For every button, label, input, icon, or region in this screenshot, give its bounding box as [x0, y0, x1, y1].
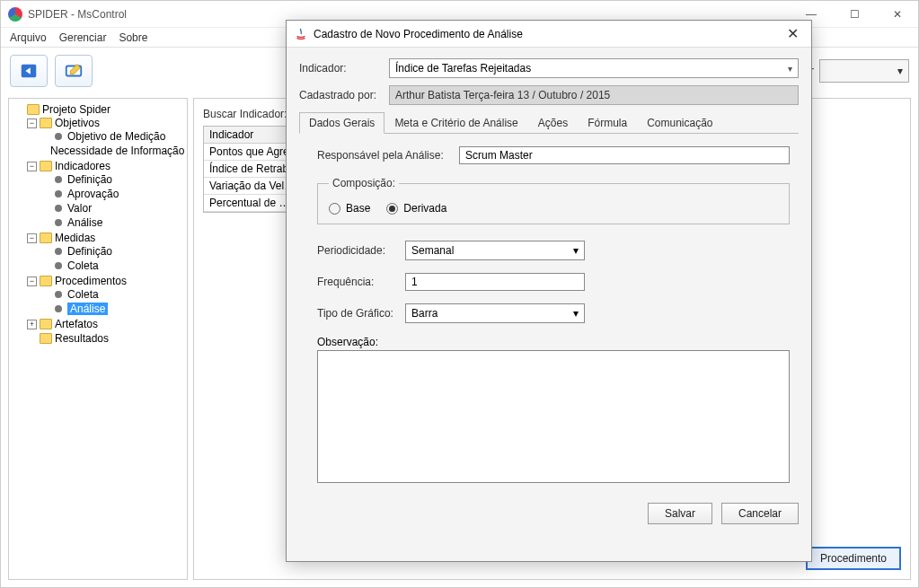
edit-card-icon [64, 61, 84, 81]
menu-gerenciar[interactable]: Gerenciar [59, 31, 107, 44]
toolbar-btn-2[interactable] [55, 55, 93, 87]
indicador-label: Indicador: [299, 62, 382, 75]
collapse-icon[interactable]: − [27, 162, 37, 171]
tab-meta-criterio[interactable]: Meta e Critério de Análise [384, 112, 527, 133]
bullet-icon [55, 248, 62, 255]
tree-procedimentos[interactable]: Procedimentos [55, 275, 127, 287]
bullet-icon [55, 205, 62, 212]
cadastrado-value: Arthur Batista Terça-feira 13 / Outubro … [389, 85, 799, 105]
tree-medidas[interactable]: Medidas [55, 232, 95, 244]
indicador-value: Índice de Tarefas Rejeitadas [395, 62, 531, 75]
folder-icon [40, 333, 52, 344]
tree-coleta-m[interactable]: Coleta [67, 259, 99, 272]
tab-comunicacao[interactable]: Comunicação [637, 112, 722, 133]
tipografico-value: Barra [411, 307, 437, 320]
minimize-button[interactable]: — [798, 8, 825, 21]
bullet-icon [55, 262, 62, 269]
sidebar-tree[interactable]: Projeto Spider −Objetivos Objetivo de Me… [8, 98, 188, 580]
cadastrado-label: Cadastrado por: [299, 89, 382, 101]
folder-icon [40, 118, 52, 128]
bullet-icon [55, 176, 62, 183]
bullet-icon [55, 133, 62, 140]
tree-indicadores[interactable]: Indicadores [55, 160, 110, 172]
bullet-icon [55, 305, 62, 312]
radio-icon [386, 203, 398, 215]
maximize-button[interactable]: ☐ [841, 8, 868, 21]
chevron-down-icon: ▾ [573, 307, 579, 320]
tree-objetivo-medicao[interactable]: Objetivo de Medição [67, 130, 165, 143]
collapse-icon[interactable]: − [27, 118, 37, 128]
radio-base-label: Base [346, 202, 370, 215]
observacao-textarea[interactable] [317, 350, 790, 483]
tree-definicao[interactable]: Definição [67, 173, 112, 186]
tree-artefatos[interactable]: Artefatos [55, 318, 98, 330]
radio-icon [329, 203, 340, 215]
menu-sobre[interactable]: Sobre [119, 31, 147, 44]
responsavel-label: Responsável pela Análise: [317, 149, 452, 162]
folder-icon [40, 319, 52, 329]
folder-icon [40, 233, 52, 243]
dialog-close-button[interactable]: ✕ [782, 25, 804, 42]
radio-derivada-label: Derivada [403, 202, 446, 215]
tipografico-combo[interactable]: Barra ▾ [405, 303, 585, 323]
tree-root[interactable]: Projeto Spider [42, 103, 110, 116]
periodicidade-value: Semanal [411, 244, 454, 257]
tree-objetivos[interactable]: Objetivos [55, 117, 100, 129]
tree-resultados[interactable]: Resultados [55, 332, 109, 345]
composicao-legend: Composição: [329, 177, 399, 189]
toolbar-btn-1[interactable] [10, 55, 48, 87]
bullet-icon [55, 219, 62, 226]
welcome-dropdown[interactable]: ▾ [819, 59, 909, 83]
bullet-icon [55, 291, 62, 298]
tree-analise-p[interactable]: Análise [67, 303, 108, 315]
tree-coleta-p[interactable]: Coleta [67, 288, 99, 301]
cancelar-button[interactable]: Cancelar [721, 503, 799, 524]
tree-necessidade-info[interactable]: Necessidade de Informação [50, 145, 184, 157]
frequencia-input[interactable] [405, 273, 585, 291]
periodicidade-combo[interactable]: Semanal ▾ [405, 241, 585, 260]
chevron-down-icon: ▾ [897, 65, 903, 77]
arrow-left-icon [19, 61, 39, 81]
dialog-novo-procedimento: Cadastro de Novo Procedimento de Análise… [286, 20, 812, 562]
tree-valor[interactable]: Valor [67, 202, 92, 215]
tree-aprovacao[interactable]: Aprovação [67, 188, 119, 200]
close-button[interactable]: ✕ [884, 8, 911, 21]
periodicidade-label: Periodicidade: [317, 244, 398, 257]
java-icon [294, 27, 308, 41]
salvar-button[interactable]: Salvar [648, 503, 712, 524]
tab-formula[interactable]: Fórmula [578, 112, 637, 133]
procedimento-button[interactable]: Procedimento [806, 547, 901, 570]
observacao-label: Observação: [317, 336, 378, 348]
menu-arquivo[interactable]: Arquivo [10, 31, 47, 44]
tree-definicao-m[interactable]: Definição [67, 245, 112, 258]
window-title: SPIDER - MsControl [28, 8, 127, 21]
tipografico-label: Tipo de Gráfico: [317, 307, 398, 320]
indicador-combo[interactable]: Índice de Tarefas Rejeitadas ▾ [389, 58, 799, 78]
tab-acoes[interactable]: Ações [528, 112, 578, 133]
collapse-icon[interactable]: − [27, 233, 37, 243]
dialog-title: Cadastro de Novo Procedimento de Análise [314, 28, 523, 40]
responsavel-input[interactable] [459, 146, 790, 164]
tab-dados-gerais[interactable]: Dados Gerais [299, 112, 384, 134]
app-icon [8, 7, 22, 22]
bullet-icon [55, 190, 62, 197]
chevron-down-icon: ▾ [788, 64, 792, 74]
radio-derivada-option[interactable]: Derivada [386, 202, 446, 215]
expand-icon[interactable]: + [27, 320, 37, 329]
folder-icon [40, 161, 52, 171]
chevron-down-icon: ▾ [573, 244, 579, 257]
frequencia-label: Frequência: [317, 276, 398, 288]
folder-icon [27, 104, 40, 115]
collapse-icon[interactable]: − [27, 276, 37, 286]
folder-icon [40, 276, 52, 286]
tree-analise-i[interactable]: Análise [67, 216, 102, 229]
radio-base-option[interactable]: Base [329, 202, 370, 215]
